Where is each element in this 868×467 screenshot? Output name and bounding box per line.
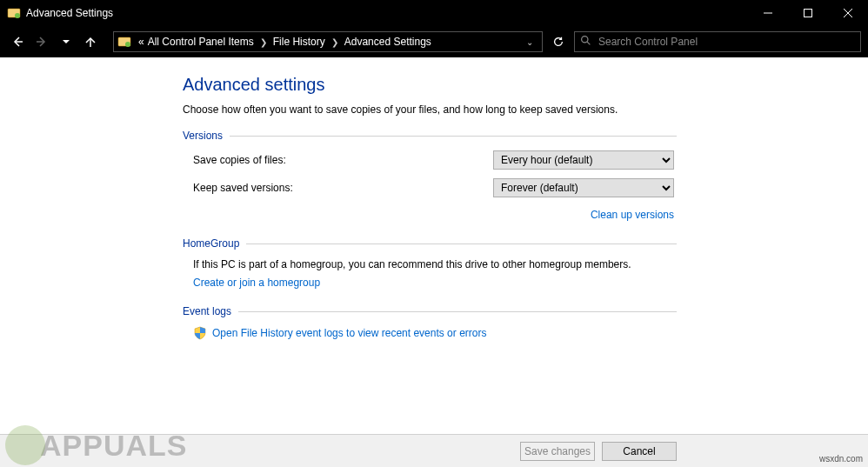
forward-button[interactable] bbox=[31, 31, 52, 52]
homegroup-text: If this PC is part of a homegroup, you c… bbox=[193, 258, 868, 270]
maximize-button[interactable] bbox=[788, 0, 828, 26]
open-event-logs-link[interactable]: Open File History event logs to view rec… bbox=[212, 327, 486, 339]
navbar: « All Control Panel Items ❯ File History… bbox=[0, 26, 868, 57]
up-button[interactable] bbox=[80, 31, 101, 52]
shield-icon bbox=[193, 326, 207, 340]
refresh-button[interactable] bbox=[548, 31, 569, 52]
window-controls bbox=[748, 0, 868, 26]
svg-point-1 bbox=[15, 13, 20, 18]
save-copies-label: Save copies of files: bbox=[193, 154, 493, 166]
minimize-button[interactable] bbox=[748, 0, 788, 26]
address-bar[interactable]: « All Control Panel Items ❯ File History… bbox=[113, 31, 543, 52]
page-description: Choose how often you want to save copies… bbox=[183, 103, 868, 116]
titlebar: Advanced Settings bbox=[0, 0, 868, 26]
create-homegroup-link[interactable]: Create or join a homegroup bbox=[193, 277, 320, 289]
divider bbox=[238, 311, 677, 312]
page-title: Advanced settings bbox=[183, 75, 868, 95]
versions-group-title: Versions bbox=[183, 130, 223, 142]
save-copies-select[interactable]: Every hour (default) bbox=[493, 150, 674, 170]
recent-dropdown-icon[interactable] bbox=[56, 31, 77, 52]
svg-point-10 bbox=[125, 42, 130, 47]
chevron-right-icon[interactable]: ❯ bbox=[327, 37, 343, 47]
window-icon bbox=[7, 6, 21, 20]
eventlogs-group: Event logs Open File History event logs … bbox=[183, 305, 868, 340]
eventlogs-group-title: Event logs bbox=[183, 305, 231, 317]
content-area: Advanced settings Choose how often you w… bbox=[0, 57, 868, 434]
breadcrumb-prefix: « bbox=[137, 36, 146, 48]
back-button[interactable] bbox=[7, 31, 28, 52]
save-changes-button[interactable]: Save changes bbox=[520, 442, 595, 461]
svg-point-11 bbox=[582, 37, 588, 43]
watermark: APPUALS bbox=[5, 425, 187, 465]
keep-versions-select[interactable]: Forever (default) bbox=[493, 178, 674, 197]
watermark-icon bbox=[5, 425, 45, 465]
cancel-button[interactable]: Cancel bbox=[602, 442, 677, 461]
homegroup-group-title: HomeGroup bbox=[183, 237, 239, 250]
keep-versions-label: Keep saved versions: bbox=[193, 182, 493, 194]
svg-rect-3 bbox=[805, 10, 812, 17]
homegroup-group: HomeGroup If this PC is part of a homegr… bbox=[183, 237, 868, 290]
source-label: wsxdn.com bbox=[819, 454, 863, 464]
breadcrumb-item[interactable]: All Control Panel Items bbox=[146, 36, 256, 48]
cleanup-versions-link[interactable]: Clean up versions bbox=[591, 209, 674, 221]
versions-group: Versions Save copies of files: Every hou… bbox=[183, 130, 868, 222]
divider bbox=[230, 136, 677, 137]
location-icon bbox=[117, 35, 131, 49]
chevron-right-icon[interactable]: ❯ bbox=[256, 37, 271, 47]
search-input[interactable]: Search Control Panel bbox=[574, 31, 861, 52]
window-title: Advanced Settings bbox=[26, 7, 748, 19]
divider bbox=[246, 244, 677, 244]
address-dropdown-icon[interactable]: ⌄ bbox=[521, 37, 538, 47]
svg-line-12 bbox=[587, 42, 590, 44]
search-placeholder: Search Control Panel bbox=[598, 36, 698, 48]
close-button[interactable] bbox=[828, 0, 868, 26]
search-icon bbox=[580, 35, 591, 49]
breadcrumb-item[interactable]: Advanced Settings bbox=[343, 36, 433, 48]
breadcrumb-item[interactable]: File History bbox=[271, 36, 327, 48]
